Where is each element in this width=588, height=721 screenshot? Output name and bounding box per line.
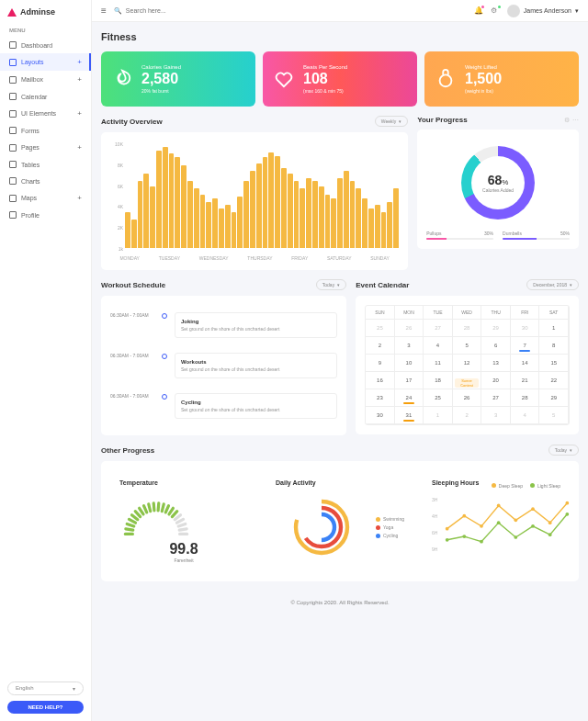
schedule-item[interactable]: 06:30AM - 7:00AMCyclingSet ground on the… bbox=[110, 386, 337, 426]
progress-card: 68% Calories Added Pullups30%Dumbells50% bbox=[417, 130, 579, 249]
schedule-item[interactable]: 06:30AM - 7:00AMJokingSet ground on the … bbox=[110, 305, 337, 345]
sidebar-item-charts[interactable]: Charts bbox=[0, 173, 91, 189]
calendar-day[interactable]: 8 bbox=[539, 337, 569, 355]
chart-bar bbox=[175, 157, 180, 248]
calendar-day[interactable]: 27 bbox=[481, 389, 511, 407]
calendar-day[interactable]: 3 bbox=[395, 337, 424, 355]
sidebar: Adminse MENU DashboardLayouts+Mailbox+Ca… bbox=[0, 0, 92, 721]
calendar-day[interactable]: 2 bbox=[366, 337, 395, 355]
calendar-day[interactable]: 18 bbox=[424, 372, 453, 389]
calendar-day[interactable]: 28 bbox=[453, 320, 482, 337]
sidebar-item-mailbox[interactable]: Mailbox+ bbox=[0, 71, 91, 88]
chart-bar bbox=[131, 220, 137, 248]
daily-arc-chart bbox=[289, 495, 354, 559]
chart-bar bbox=[138, 181, 143, 248]
svg-line-2 bbox=[126, 529, 133, 530]
search-icon: 🔍 bbox=[114, 7, 122, 15]
help-button[interactable]: NEED HELP? bbox=[7, 701, 84, 714]
menu-item-icon bbox=[9, 177, 17, 185]
calendar-day[interactable]: 25 bbox=[366, 320, 395, 337]
calendar-day[interactable]: 11 bbox=[424, 355, 453, 372]
calendar-day[interactable]: 29 bbox=[539, 389, 569, 407]
sidebar-item-profile[interactable]: Profile bbox=[0, 207, 91, 223]
chart-bar bbox=[150, 186, 155, 248]
calendar-day[interactable]: 14 bbox=[511, 355, 540, 372]
daily-title: Daily Activity bbox=[276, 479, 404, 486]
calendar-day[interactable]: 26 bbox=[395, 320, 424, 337]
calendar-day[interactable]: 12 bbox=[453, 355, 482, 372]
calendar-day[interactable]: 20 bbox=[481, 372, 511, 389]
calendar-day[interactable]: 9 bbox=[366, 355, 395, 372]
sidebar-item-layouts[interactable]: Layouts+ bbox=[0, 53, 91, 71]
calendar-day[interactable]: 16 bbox=[366, 372, 395, 389]
calendar-day[interactable]: 25 bbox=[424, 389, 453, 407]
calendar-day[interactable]: 6 bbox=[481, 337, 511, 355]
calendar-day[interactable]: 13 bbox=[481, 355, 511, 372]
calendar-day[interactable]: 5 bbox=[453, 337, 482, 355]
calendar-day[interactable]: 3 bbox=[481, 407, 511, 424]
activity-filter[interactable]: Weekly▾ bbox=[375, 116, 408, 127]
menu-toggle-icon[interactable]: ≡ bbox=[101, 6, 107, 16]
schedule-item[interactable]: 06:30AM - 7:00AMWorkoutsSet ground on th… bbox=[110, 345, 337, 386]
calendar-day[interactable]: 28 bbox=[511, 389, 540, 407]
sidebar-item-pages[interactable]: Pages+ bbox=[0, 139, 91, 156]
svg-point-0 bbox=[440, 74, 452, 86]
calendar-day[interactable]: 26 bbox=[453, 389, 482, 407]
calendar-day[interactable]: 4 bbox=[424, 337, 453, 355]
calendar-day[interactable]: 15 bbox=[539, 355, 569, 372]
chart-bar bbox=[125, 212, 130, 248]
calendar-day[interactable]: 19Sumer Contest bbox=[453, 372, 482, 389]
calendar-day[interactable]: 23 bbox=[366, 389, 395, 407]
calendar-day[interactable]: 30 bbox=[511, 320, 540, 337]
calendar-day[interactable]: 5 bbox=[539, 407, 569, 424]
chart-bar bbox=[393, 188, 399, 248]
chart-bar bbox=[319, 186, 324, 248]
stat-icon bbox=[274, 69, 294, 89]
calendar-day[interactable]: 2 bbox=[453, 407, 482, 424]
chart-bar bbox=[263, 157, 268, 248]
language-select[interactable]: English ▾ bbox=[7, 682, 84, 695]
calendar-day[interactable]: 27 bbox=[424, 320, 453, 337]
workout-title: Workout Schedule bbox=[101, 281, 165, 289]
expand-icon: + bbox=[77, 109, 82, 118]
other-filter[interactable]: Today▾ bbox=[548, 445, 579, 456]
calendar-day[interactable]: 21 bbox=[511, 372, 540, 389]
calendar-filter[interactable]: December, 2018▾ bbox=[526, 279, 579, 290]
search-box[interactable]: 🔍 bbox=[114, 7, 199, 15]
calendar-day[interactable]: 31 bbox=[395, 407, 424, 424]
chart-bar bbox=[356, 188, 361, 248]
calendar-day[interactable]: 7 bbox=[511, 337, 540, 355]
settings-icon[interactable]: ⚙ bbox=[491, 6, 500, 16]
calendar-day[interactable]: 22 bbox=[539, 372, 569, 389]
calendar-day[interactable]: 30 bbox=[366, 407, 395, 424]
sidebar-item-tables[interactable]: Tables bbox=[0, 156, 91, 173]
sidebar-item-dashboard[interactable]: Dashboard bbox=[0, 37, 91, 53]
sidebar-item-maps[interactable]: Maps+ bbox=[0, 189, 91, 207]
user-menu[interactable]: James Anderson ▾ bbox=[507, 5, 579, 17]
gear-icon[interactable]: ⚙ bbox=[564, 117, 570, 124]
calendar-day[interactable]: 1 bbox=[539, 320, 569, 337]
menu-section-label: MENU bbox=[0, 24, 91, 37]
calendar-day[interactable]: 4 bbox=[511, 407, 540, 424]
search-input[interactable] bbox=[126, 7, 199, 14]
more-icon[interactable]: ⋯ bbox=[572, 117, 579, 124]
expand-icon: + bbox=[77, 194, 82, 202]
calendar-day[interactable]: 24 bbox=[395, 389, 424, 407]
notifications-icon[interactable]: 🔔 bbox=[474, 6, 483, 16]
calendar-day[interactable]: 17 bbox=[395, 372, 424, 389]
calendar-event[interactable]: Sumer Contest bbox=[455, 378, 480, 388]
workout-filter[interactable]: Today▾ bbox=[316, 279, 346, 290]
calendar-day[interactable]: 29 bbox=[481, 320, 511, 337]
brand-logo[interactable]: Adminse bbox=[0, 0, 91, 24]
calendar-day[interactable]: 1 bbox=[424, 407, 453, 424]
sidebar-item-ui-elements[interactable]: UI Elements+ bbox=[0, 105, 91, 122]
calendar-day[interactable]: 10 bbox=[395, 355, 424, 372]
sidebar-item-forms[interactable]: Forms bbox=[0, 122, 91, 139]
chart-bar bbox=[362, 198, 368, 248]
sidebar-item-calendar[interactable]: Calendar bbox=[0, 88, 91, 105]
svg-line-17 bbox=[177, 519, 184, 523]
calendar-grid[interactable]: SUNMONTUEWEDTHUFRISAT2526272829301234567… bbox=[365, 305, 570, 425]
chart-bar bbox=[219, 208, 224, 248]
svg-line-16 bbox=[175, 515, 180, 520]
activity-chart-card: 10K8K6K4K2K1k MONDAYTUESDAYWEDNESDAYTHUR… bbox=[101, 132, 408, 270]
